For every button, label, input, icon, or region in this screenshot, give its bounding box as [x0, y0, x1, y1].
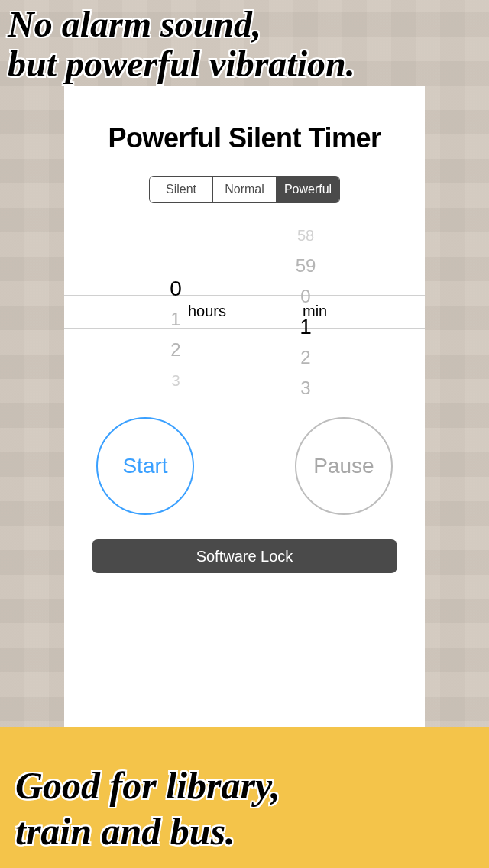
- promo-caption-top-line2: but powerful vibration.: [8, 44, 355, 84]
- picker-slot: [130, 258, 222, 274]
- picker-slot: [130, 212, 222, 228]
- picker-unit-min: min: [303, 303, 327, 320]
- promo-caption-bottom-line1: Good for library,: [15, 764, 280, 807]
- segment-powerful[interactable]: Powerful: [276, 177, 339, 202]
- picker-slot-selected: 0: [130, 274, 222, 304]
- segment-normal[interactable]: Normal: [212, 177, 276, 202]
- software-lock-button[interactable]: Software Lock: [92, 539, 397, 573]
- promo-caption-top: No alarm sound, but powerful vibration.: [8, 5, 481, 84]
- time-picker[interactable]: 0 1 2 3 hours 57 58 59 0 1 2 3 4 min: [64, 212, 425, 411]
- promo-caption-top-line1: No alarm sound,: [8, 4, 261, 44]
- mode-segmented-control[interactable]: Silent Normal Powerful: [149, 176, 340, 203]
- picker-slot: 2: [260, 342, 351, 373]
- segment-silent[interactable]: Silent: [150, 177, 212, 202]
- picker-slot: 3: [130, 365, 222, 396]
- picker-slot: 3: [260, 373, 351, 403]
- start-button[interactable]: Start: [96, 417, 194, 515]
- picker-slot: 58: [260, 220, 351, 251]
- timer-controls: Start Pause: [64, 417, 425, 515]
- picker-unit-hours: hours: [188, 303, 226, 320]
- picker-slot: [130, 396, 222, 411]
- app-title: Powerful Silent Timer: [64, 122, 425, 154]
- promo-caption-bottom: Good for library, train and bus.: [15, 763, 474, 854]
- picker-slot: 59: [260, 251, 351, 281]
- pause-button[interactable]: Pause: [295, 417, 393, 515]
- picker-slot: 4: [260, 403, 351, 411]
- picker-slot: 57: [260, 212, 351, 220]
- picker-slot: [130, 228, 222, 243]
- picker-selection-indicator: [64, 295, 425, 329]
- picker-slot: 2: [130, 335, 222, 365]
- picker-slot: [130, 243, 222, 258]
- promo-caption-bottom-line2: train and bus.: [15, 810, 235, 853]
- app-screenshot: Powerful Silent Timer Silent Normal Powe…: [64, 86, 425, 727]
